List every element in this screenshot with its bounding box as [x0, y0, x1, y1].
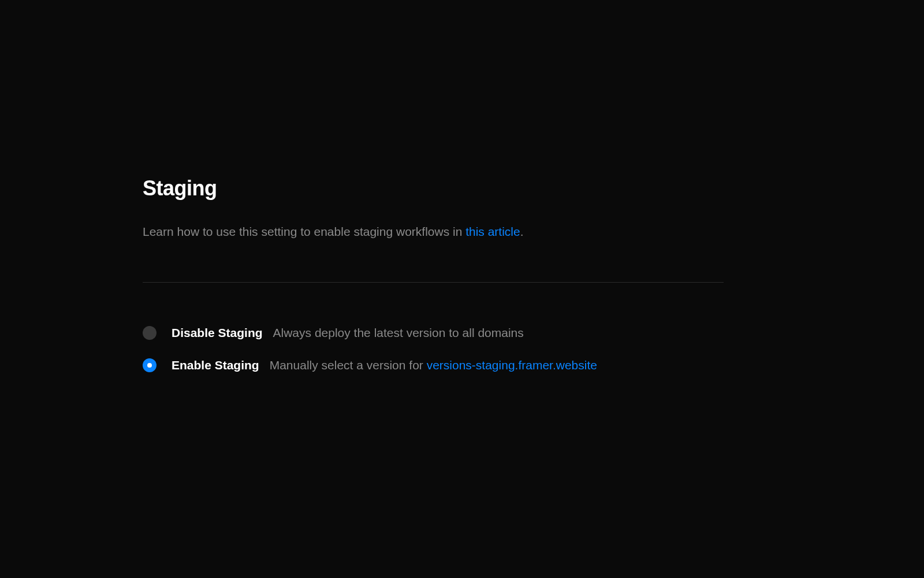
staging-description: Learn how to use this setting to enable …	[143, 225, 751, 239]
option-description: Manually select a version for versions-s…	[270, 358, 597, 372]
learn-more-link[interactable]: this article	[465, 225, 520, 238]
option-description: Always deploy the latest version to all …	[273, 326, 524, 340]
page-title: Staging	[143, 176, 751, 201]
radio-unselected-icon	[143, 326, 157, 340]
option-desc-text: Always deploy the latest version to all …	[273, 326, 524, 339]
option-enable-staging[interactable]: Enable Staging Manually select a version…	[143, 358, 751, 372]
staging-domain-link[interactable]: versions-staging.framer.website	[427, 358, 597, 372]
option-desc-prefix: Manually select a version for	[270, 358, 427, 372]
radio-selected-icon	[143, 358, 157, 372]
option-label: Disable Staging	[172, 326, 263, 340]
description-prefix: Learn how to use this setting to enable …	[143, 225, 465, 238]
option-disable-staging[interactable]: Disable Staging Always deploy the latest…	[143, 326, 751, 340]
divider	[143, 282, 724, 283]
option-label: Enable Staging	[172, 358, 259, 372]
description-suffix: .	[520, 225, 524, 238]
